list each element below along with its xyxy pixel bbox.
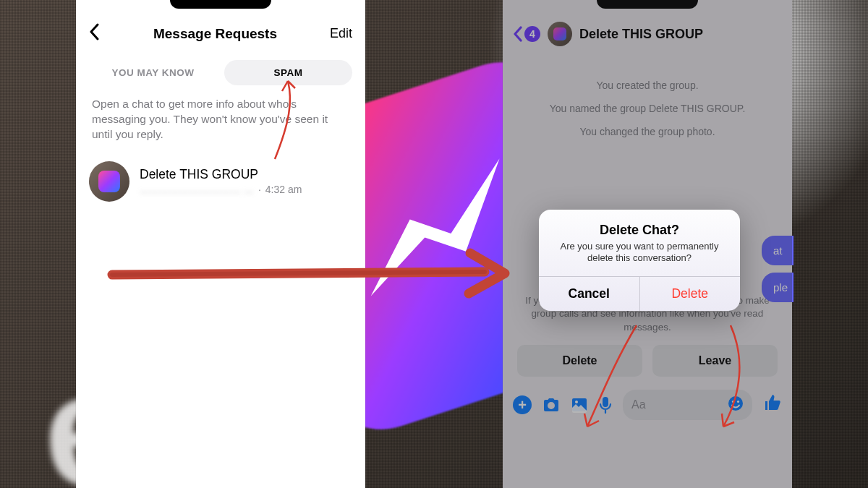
- chat-list-item[interactable]: Delete THIS GROUP ………………………… … · 4:32 am: [76, 155, 365, 207]
- page-title: Message Requests: [153, 26, 277, 42]
- back-button[interactable]: 4: [513, 26, 540, 42]
- alert-message: Are you sure you want to permanently del…: [555, 241, 724, 265]
- tab-you-may-know[interactable]: YOU MAY KNOW: [89, 60, 217, 85]
- emoji-icon[interactable]: [728, 395, 744, 414]
- svg-point-3: [728, 396, 743, 411]
- tabs: YOU MAY KNOW SPAM: [76, 57, 365, 94]
- chat-info: Delete THIS GROUP ………………………… … · 4:32 am: [140, 167, 352, 195]
- system-messages: You created the group. You named the gro…: [503, 56, 792, 150]
- phone-screenshot-left: Message Requests Edit YOU MAY KNOW SPAM …: [76, 0, 365, 488]
- chat-avatar: [89, 161, 129, 202]
- chevron-left-icon: [89, 23, 101, 40]
- svg-point-5: [737, 401, 739, 403]
- leave-button[interactable]: Leave: [652, 345, 778, 377]
- add-icon[interactable]: +: [513, 395, 532, 414]
- chat-title[interactable]: Delete THIS GROUP: [579, 27, 703, 42]
- group-avatar[interactable]: [548, 22, 572, 46]
- edit-button[interactable]: Edit: [330, 26, 352, 41]
- system-msg: You named the group Delete THIS GROUP.: [524, 97, 770, 120]
- phone-screenshot-right: 4 Delete THIS GROUP You created the grou…: [503, 0, 792, 488]
- chat-separator: ·: [258, 184, 261, 195]
- info-text: Open a chat to get more info about who's…: [76, 94, 365, 155]
- chevron-left-icon: [513, 26, 523, 42]
- phone-notch: [170, 0, 271, 9]
- alert-cancel-button[interactable]: Cancel: [539, 277, 640, 311]
- hidden-button-chat[interactable]: at: [762, 236, 793, 265]
- message-input[interactable]: Aa: [623, 390, 752, 420]
- thumbs-up-icon[interactable]: [763, 393, 782, 416]
- chat-preview: ………………………… …: [140, 184, 254, 195]
- delete-button[interactable]: Delete: [517, 345, 642, 377]
- svg-rect-2: [603, 397, 608, 407]
- chat-name: Delete THIS GROUP: [140, 167, 352, 182]
- gallery-icon[interactable]: [571, 397, 588, 413]
- tutorial-canvas: ess Message Requests Edit YOU MAY KNOW S…: [0, 0, 868, 488]
- message-composer: + Aa: [503, 384, 792, 429]
- alert-confirm-button[interactable]: Delete: [640, 277, 741, 311]
- system-msg: You changed the group photo.: [524, 120, 770, 143]
- unread-badge: 4: [524, 26, 540, 42]
- svg-point-1: [575, 401, 578, 403]
- hidden-action-buttons: at ple: [762, 236, 793, 302]
- input-placeholder: Aa: [631, 398, 646, 411]
- delete-chat-alert: Delete Chat? Are you sure you want to pe…: [539, 210, 740, 311]
- tab-spam[interactable]: SPAM: [224, 60, 352, 85]
- alert-title: Delete Chat?: [555, 223, 724, 238]
- camera-icon[interactable]: [542, 397, 560, 413]
- svg-point-4: [732, 401, 734, 403]
- hidden-button-people[interactable]: ple: [762, 273, 793, 302]
- back-button[interactable]: [89, 23, 101, 44]
- phone-notch: [597, 0, 698, 9]
- microphone-icon[interactable]: [599, 396, 612, 414]
- action-buttons: Delete Leave: [503, 335, 792, 384]
- system-msg: You created the group.: [524, 74, 770, 97]
- chat-time: 4:32 am: [265, 184, 302, 195]
